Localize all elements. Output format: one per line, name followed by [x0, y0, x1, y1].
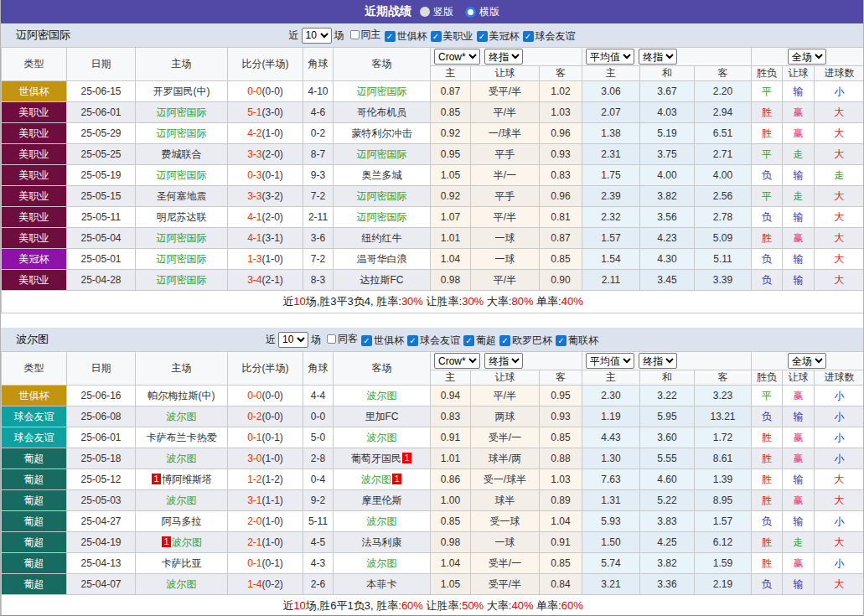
scope-select-group: 全场: [752, 48, 864, 66]
filter-checkbox[interactable]: ✓葡联杯: [556, 334, 598, 348]
filter-checkbox[interactable]: ✓球会友谊: [523, 29, 576, 44]
odds-time-select[interactable]: 终指: [484, 353, 523, 369]
home-team[interactable]: 费城联合: [136, 144, 228, 165]
home-team[interactable]: 明尼苏达联: [136, 207, 228, 228]
average-select[interactable]: 平均值: [586, 353, 634, 369]
away-team[interactable]: 哥伦布机员: [334, 102, 431, 123]
checked-checkbox-icon[interactable]: ✓: [463, 335, 474, 346]
score: 3-3(2-0): [228, 144, 303, 165]
summary-part: 60%: [401, 599, 423, 612]
home-team[interactable]: 波尔图: [136, 406, 228, 427]
home-team[interactable]: 波尔图: [136, 448, 228, 469]
away-team[interactable]: 达拉斯FC: [334, 270, 431, 291]
scope-select[interactable]: 全场: [788, 353, 826, 369]
crow-home-odds: 0.95: [431, 144, 471, 165]
unchecked-checkbox-icon[interactable]: [350, 30, 360, 39]
scope-select[interactable]: 全场: [788, 49, 826, 65]
checked-checkbox-icon[interactable]: ✓: [556, 335, 567, 346]
avg-time-select[interactable]: 终指: [639, 49, 677, 65]
home-team[interactable]: 迈阿密国际: [136, 249, 228, 270]
home-team[interactable]: 阿马多拉: [136, 511, 228, 532]
bookmaker-select[interactable]: Crow*: [434, 353, 480, 369]
away-team[interactable]: 迈阿密国际: [334, 186, 431, 207]
result-goals: 大: [815, 207, 864, 228]
col-home: 主场: [136, 48, 228, 81]
filter-checkbox[interactable]: 同主: [350, 28, 381, 42]
radio-selected-icon[interactable]: [465, 7, 476, 18]
match-count-select[interactable]: 10: [302, 28, 332, 44]
home-team[interactable]: 卡萨比亚: [136, 553, 228, 574]
team-label: 本菲卡: [367, 578, 397, 590]
avg-home-odds: 1.30: [582, 448, 640, 469]
average-select[interactable]: 平均值: [586, 49, 634, 65]
away-team[interactable]: 纽约红牛: [334, 228, 431, 249]
checked-checkbox-icon[interactable]: ✓: [523, 31, 534, 42]
away-team[interactable]: 葡萄牙国民1: [334, 448, 431, 469]
team-label: 卡萨比亚: [162, 557, 202, 569]
home-team[interactable]: 圣何塞地震: [136, 186, 228, 207]
filter-checkbox[interactable]: ✓世俱杯: [385, 29, 427, 44]
filter-checkbox[interactable]: ✓世俱杯: [361, 334, 404, 348]
home-team[interactable]: 卡萨布兰卡热爱: [136, 427, 228, 448]
filter-checkbox[interactable]: ✓葡超: [463, 334, 496, 348]
checked-checkbox-icon[interactable]: ✓: [385, 31, 396, 42]
home-team[interactable]: 迈阿密国际: [136, 228, 228, 249]
radio-unselected-icon[interactable]: [420, 7, 430, 17]
away-team[interactable]: 本菲卡: [334, 574, 431, 595]
bookmaker-select[interactable]: Crow*: [434, 49, 480, 65]
filter-checkbox[interactable]: 同客: [327, 332, 358, 346]
home-team[interactable]: 迈阿密国际: [136, 270, 228, 291]
checked-checkbox-icon[interactable]: ✓: [431, 31, 442, 42]
home-team[interactable]: 波尔图: [136, 490, 228, 511]
match-row: 美职业25-05-25费城联合3-3(2-0)8-7迈阿密国际0.95平手0.9…: [2, 144, 864, 165]
filter-checkbox[interactable]: ✓美职业: [431, 29, 473, 44]
home-team[interactable]: 1波尔图: [136, 532, 228, 553]
home-team[interactable]: 1博阿维斯塔: [136, 469, 228, 490]
team-label: 迈阿密国际: [157, 253, 207, 265]
avg-time-select[interactable]: 终指: [639, 353, 677, 369]
away-team[interactable]: 奥兰多城: [334, 165, 431, 186]
away-team[interactable]: 波尔图: [334, 386, 431, 406]
home-team[interactable]: 迈阿密国际: [136, 165, 228, 186]
away-team[interactable]: 迈阿密国际: [334, 144, 431, 165]
col-avg-away: 客: [695, 66, 752, 81]
result-winlose: 平: [752, 186, 783, 207]
filter-label: 同客: [338, 332, 358, 346]
away-team[interactable]: 摩里伦斯: [334, 490, 431, 511]
away-team[interactable]: 蒙特利尔冲击: [334, 123, 431, 144]
checked-checkbox-icon[interactable]: ✓: [407, 335, 418, 346]
corner-count: 8-3: [303, 270, 334, 291]
odds-time-select[interactable]: 终指: [484, 49, 523, 65]
away-team[interactable]: 迈阿密国际: [334, 81, 431, 102]
layout-radio-horizontal[interactable]: 横版: [465, 5, 499, 19]
match-date: 25-06-15: [67, 81, 136, 102]
home-team[interactable]: 开罗国民(中): [136, 81, 228, 102]
home-team[interactable]: 迈阿密国际: [136, 123, 228, 144]
match-row: 葡超25-05-03波尔图3-1(1-1)9-2摩里伦斯1.00球半0.891.…: [2, 490, 864, 511]
unchecked-checkbox-icon[interactable]: [327, 334, 336, 344]
team-label: 卡萨布兰卡热爱: [147, 432, 217, 443]
home-team[interactable]: 帕尔梅拉斯(中): [136, 386, 228, 406]
away-team[interactable]: 波尔图1: [334, 469, 431, 490]
filter-checkbox[interactable]: ✓欧罗巴杯: [499, 334, 552, 348]
away-team[interactable]: 波尔图: [334, 553, 431, 574]
match-count-select[interactable]: 10: [278, 332, 308, 348]
away-team[interactable]: 里加FC: [334, 406, 431, 427]
checked-checkbox-icon[interactable]: ✓: [499, 335, 510, 346]
filter-checkbox[interactable]: ✓球会友谊: [407, 334, 460, 348]
home-team[interactable]: 波尔图: [136, 574, 228, 595]
col-odds-home: 主: [431, 66, 471, 81]
away-team[interactable]: 波尔图: [334, 427, 431, 448]
away-team[interactable]: 波尔图: [334, 511, 431, 532]
layout-radio-vertical[interactable]: 竖版: [420, 5, 453, 19]
crow-away-odds: 0.90: [540, 270, 582, 291]
avg-away-odds: 8.61: [695, 448, 752, 469]
away-team[interactable]: 法马利康: [334, 532, 431, 553]
away-team[interactable]: 迈阿密国际: [334, 207, 431, 228]
checked-checkbox-icon[interactable]: ✓: [361, 335, 372, 346]
result-handicap: 走: [783, 144, 815, 165]
home-team[interactable]: 迈阿密国际: [136, 102, 228, 123]
checked-checkbox-icon[interactable]: ✓: [477, 31, 488, 42]
away-team[interactable]: 温哥华白浪: [334, 249, 431, 270]
filter-checkbox[interactable]: ✓美冠杯: [477, 29, 520, 44]
